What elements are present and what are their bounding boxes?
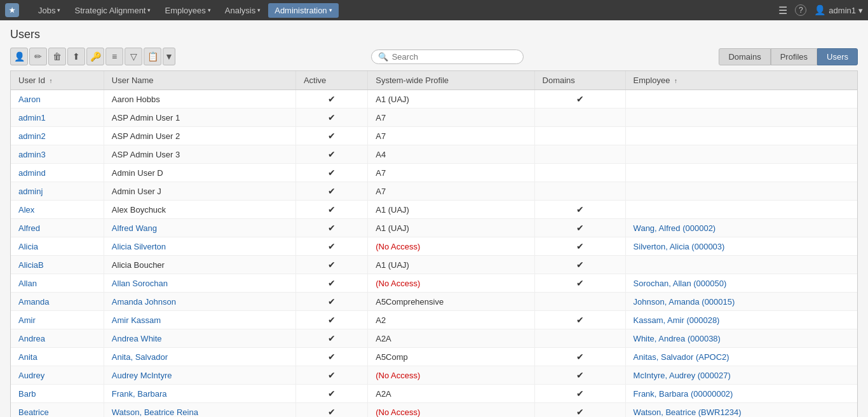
table-row[interactable]: adminj Admin User J ✔ A7: [11, 182, 857, 201]
col-system-profile[interactable]: System-wide Profile: [368, 71, 534, 90]
copy-button[interactable]: ⬆: [67, 48, 85, 65]
table-row[interactable]: admin3 ASP Admin User 3 ✔ A4: [11, 145, 857, 164]
cell-employee: [625, 109, 857, 127]
more-dropdown-button[interactable]: ▼: [163, 48, 175, 65]
cell-domains: [534, 182, 625, 201]
cell-user-name: Admin User D: [104, 164, 295, 182]
cell-employee: White, Andrea (000038): [625, 329, 857, 348]
checkmark-icon: ✔: [328, 168, 336, 178]
table-row[interactable]: Anita Anita, Salvador ✔ A5Comp ✔ Anitas,…: [11, 348, 857, 366]
checkmark-icon: ✔: [328, 94, 336, 104]
chevron-down-icon: ▾: [57, 7, 60, 13]
cell-employee: Sorochan, Allan (000050): [625, 274, 857, 293]
list-button[interactable]: ≡: [105, 48, 123, 65]
cell-domains: [534, 329, 625, 348]
brand-logo[interactable]: ★: [5, 3, 22, 17]
cell-user-id: admin2: [11, 127, 104, 145]
user-menu[interactable]: 👤 admin1 ▾: [814, 4, 863, 16]
permissions-button[interactable]: 🔑: [86, 48, 104, 65]
cell-active: ✔: [295, 293, 367, 311]
cell-domains: ✔: [534, 237, 625, 256]
nav-item-analysis[interactable]: Analysis ▾: [219, 3, 267, 18]
top-navbar: ★ Jobs ▾ Strategic Alignment ▾ Employees…: [0, 0, 868, 20]
nav-item-jobs[interactable]: Jobs ▾: [32, 3, 67, 18]
table-row[interactable]: Alex Alex Boychuck ✔ A1 (UAJ) ✔: [11, 201, 857, 219]
checkmark-icon: ✔: [328, 204, 336, 215]
table-row[interactable]: Amir Amir Kassam ✔ A2 ✔ Kassam, Amir (00…: [11, 311, 857, 329]
export-button[interactable]: 📋: [144, 48, 161, 65]
cell-user-id: Alicia: [11, 237, 104, 256]
cell-user-id: Allan: [11, 274, 104, 293]
table-row[interactable]: Allan Allan Sorochan ✔ (No Access) ✔ Sor…: [11, 274, 857, 293]
nav-item-employees[interactable]: Employees ▾: [158, 3, 217, 18]
cell-user-id: Audrey: [11, 366, 104, 385]
cell-system-profile: A1 (UAJ): [368, 90, 534, 109]
delete-button[interactable]: 🗑: [48, 48, 66, 65]
help-icon[interactable]: ?: [795, 4, 806, 16]
cell-system-profile: A1 (UAJ): [368, 201, 534, 219]
filter-icon: ▽: [130, 51, 137, 62]
menu-icon[interactable]: ☰: [778, 4, 787, 17]
cell-user-name: ASP Admin User 1: [104, 109, 295, 127]
tab-users[interactable]: Users: [817, 48, 858, 65]
cell-domains: [534, 164, 625, 182]
cell-domains: ✔: [534, 348, 625, 366]
table-row[interactable]: admin1 ASP Admin User 1 ✔ A7: [11, 109, 857, 127]
cell-user-name: Aaron Hobbs: [104, 90, 295, 109]
cell-employee: Watson, Beatrice (BWR1234): [625, 403, 857, 418]
cell-user-id: Beatrice: [11, 403, 104, 418]
cell-employee: McIntyre, Audrey (000027): [625, 366, 857, 385]
checkmark-icon: ✔: [328, 241, 336, 251]
col-employee[interactable]: Employee ↑: [625, 71, 857, 90]
checkmark-icon: ✔: [576, 223, 584, 233]
search-input[interactable]: [392, 52, 517, 62]
checkmark-icon: ✔: [328, 260, 336, 270]
tab-domains[interactable]: Domains: [719, 48, 770, 65]
checkmark-icon: ✔: [328, 186, 336, 196]
nav-item-administration[interactable]: Administration ▾: [268, 3, 338, 18]
table-row[interactable]: Aaron Aaron Hobbs ✔ A1 (UAJ) ✔: [11, 90, 857, 109]
add-user-button[interactable]: 👤: [10, 48, 28, 65]
checkmark-icon: ✔: [576, 370, 584, 380]
col-domains[interactable]: Domains: [534, 71, 625, 90]
table-row[interactable]: Alicia Alicia Silverton ✔ (No Access) ✔ …: [11, 237, 857, 256]
cell-user-name: Admin User J: [104, 182, 295, 201]
table-row[interactable]: Beatrice Watson, Beatrice Reina ✔ (No Ac…: [11, 403, 857, 418]
cell-active: ✔: [295, 109, 367, 127]
checkmark-icon: ✔: [328, 370, 336, 380]
cell-domains: ✔: [534, 90, 625, 109]
cell-active: ✔: [295, 311, 367, 329]
cell-system-profile: A7: [368, 127, 534, 145]
col-active[interactable]: Active: [295, 71, 367, 90]
filter-button[interactable]: ▽: [125, 48, 142, 65]
table-row[interactable]: Amanda Amanda Johnson ✔ A5Comprehensive …: [11, 293, 857, 311]
table-row[interactable]: admind Admin User D ✔ A7: [11, 164, 857, 182]
col-user-id[interactable]: User Id ↑: [11, 71, 104, 90]
table-row[interactable]: Audrey Audrey McIntyre ✔ (No Access) ✔ M…: [11, 366, 857, 385]
chevron-down-icon: ▾: [208, 7, 211, 13]
table-row[interactable]: Alfred Alfred Wang ✔ A1 (UAJ) ✔ Wang, Al…: [11, 219, 857, 237]
toolbar: 👤 ✏ 🗑 ⬆ 🔑 ≡ ▽ 📋 ▼: [10, 48, 858, 65]
table-row[interactable]: Andrea Andrea White ✔ A2A White, Andrea …: [11, 329, 857, 348]
cell-user-id: admind: [11, 164, 104, 182]
cell-domains: ✔: [534, 385, 625, 403]
nav-item-strategic-alignment[interactable]: Strategic Alignment ▾: [68, 3, 157, 18]
table-row[interactable]: admin2 ASP Admin User 2 ✔ A7: [11, 127, 857, 145]
tab-profiles[interactable]: Profiles: [771, 48, 817, 65]
nav-label-strategic: Strategic Alignment: [74, 6, 146, 15]
col-user-name[interactable]: User Name: [104, 71, 295, 90]
cell-active: ✔: [295, 201, 367, 219]
search-icon: 🔍: [378, 52, 388, 62]
user-chevron-icon: ▾: [858, 6, 863, 15]
cell-active: ✔: [295, 385, 367, 403]
edit-button[interactable]: ✏: [29, 48, 47, 65]
table-row[interactable]: Barb Frank, Barbara ✔ A2A ✔ Frank, Barba…: [11, 385, 857, 403]
cell-user-name: Amanda Johnson: [104, 293, 295, 311]
table-row[interactable]: AliciaB Alicia Boucher ✔ A1 (UAJ) ✔: [11, 256, 857, 274]
more-icon: ▼: [165, 51, 173, 62]
checkmark-icon: ✔: [328, 407, 336, 417]
cell-system-profile: A7: [368, 109, 534, 127]
checkmark-icon: ✔: [576, 315, 584, 325]
cell-system-profile: A1 (UAJ): [368, 219, 534, 237]
cell-user-name: Alicia Boucher: [104, 256, 295, 274]
